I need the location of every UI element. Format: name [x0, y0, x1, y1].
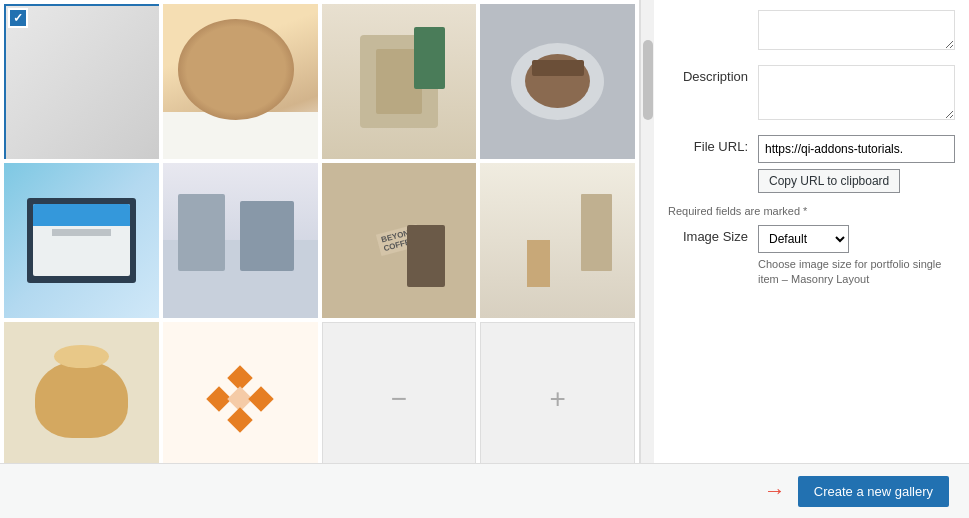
image-size-label: Image Size: [668, 225, 758, 244]
plus-symbol: +: [549, 383, 565, 415]
check-badge: ✓: [8, 8, 28, 28]
create-gallery-button[interactable]: Create a new gallery: [798, 476, 949, 507]
scroll-thumb[interactable]: [643, 40, 653, 120]
title-label-spacer: [668, 10, 758, 14]
image-cell-plus[interactable]: +: [480, 322, 635, 464]
image-size-select[interactable]: Default Thumbnail Medium Large Full: [758, 225, 849, 253]
file-url-input[interactable]: [758, 135, 955, 163]
file-url-label: File URL:: [668, 135, 758, 154]
image-cell-diamond[interactable]: [163, 322, 318, 464]
file-url-content: Copy URL to clipboard: [758, 135, 955, 193]
arrow-icon: →: [764, 478, 786, 504]
main-container: ✓: [0, 0, 969, 463]
copy-url-button[interactable]: Copy URL to clipboard: [758, 169, 900, 193]
image-cell[interactable]: ✓: [4, 4, 159, 159]
image-cell[interactable]: [322, 4, 477, 159]
title-textarea[interactable]: [758, 10, 955, 50]
title-content: [758, 10, 955, 53]
image-cell[interactable]: [480, 4, 635, 159]
image-cell-minus[interactable]: −: [322, 322, 477, 464]
title-row: [668, 10, 955, 53]
image-grid: ✓: [4, 4, 635, 463]
description-row: Description: [668, 65, 955, 123]
image-cell[interactable]: [480, 163, 635, 318]
description-content: [758, 65, 955, 123]
image-cell[interactable]: BEYONDCOFFEE: [322, 163, 477, 318]
footer: → Create a new gallery: [0, 463, 969, 518]
description-label: Description: [668, 65, 758, 84]
diamond-pattern: [210, 369, 270, 429]
image-panel[interactable]: ✓: [0, 0, 640, 463]
required-note: Required fields are marked *: [668, 205, 955, 217]
image-cell[interactable]: [163, 4, 318, 159]
image-size-note: Choose image size for portfolio single i…: [758, 257, 955, 288]
scrollbar[interactable]: [640, 0, 654, 463]
image-size-content: Default Thumbnail Medium Large Full Choo…: [758, 225, 955, 288]
file-url-row: File URL: Copy URL to clipboard: [668, 135, 955, 193]
description-textarea[interactable]: [758, 65, 955, 120]
image-cell[interactable]: [4, 322, 159, 464]
props-panel: Description File URL: Copy URL to clipbo…: [654, 0, 969, 463]
image-cell[interactable]: [163, 163, 318, 318]
image-size-row: Image Size Default Thumbnail Medium Larg…: [668, 225, 955, 288]
image-cell[interactable]: [4, 163, 159, 318]
minus-symbol: −: [391, 383, 407, 415]
